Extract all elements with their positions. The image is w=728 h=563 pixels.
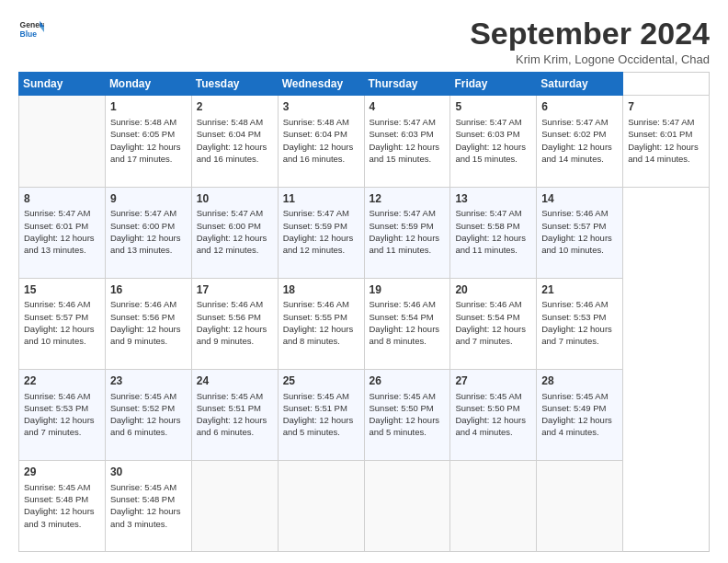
day-info-line: Sunset: 6:01 PM xyxy=(24,220,100,232)
day-info-line: Sunrise: 5:46 AM xyxy=(110,298,187,310)
day-info-line: Sunrise: 5:47 AM xyxy=(455,116,531,128)
day-info-line: Sunrise: 5:45 AM xyxy=(541,390,618,402)
main-title: September 2024 xyxy=(470,17,710,51)
table-row xyxy=(191,460,278,551)
day-info-line: and 12 minutes. xyxy=(197,244,273,256)
day-info-line: and 12 minutes. xyxy=(283,244,359,256)
day-number: 13 xyxy=(455,191,531,207)
empty-cell xyxy=(19,96,106,187)
day-info-line: Sunrise: 5:47 AM xyxy=(370,116,446,128)
day-info-line: and 14 minutes. xyxy=(628,153,704,165)
table-row: 22Sunrise: 5:46 AMSunset: 5:53 PMDayligh… xyxy=(19,369,106,460)
day-info-line: and 6 minutes. xyxy=(110,426,187,438)
table-row: 27Sunrise: 5:45 AMSunset: 5:50 PMDayligh… xyxy=(450,369,537,460)
table-row: 12Sunrise: 5:47 AMSunset: 5:59 PMDayligh… xyxy=(364,187,450,278)
table-row: 14Sunrise: 5:46 AMSunset: 5:57 PMDayligh… xyxy=(537,187,623,278)
day-info-line: and 10 minutes. xyxy=(24,335,100,347)
day-info-line: Sunrise: 5:48 AM xyxy=(110,116,187,128)
table-row xyxy=(364,460,450,551)
day-info-line: Daylight: 12 hours xyxy=(110,232,187,244)
col-monday: Monday xyxy=(105,73,191,96)
day-info-line: Sunset: 6:01 PM xyxy=(628,128,704,140)
day-info-line: Sunrise: 5:45 AM xyxy=(24,481,100,493)
day-info-line: Daylight: 12 hours xyxy=(370,232,446,244)
table-row: 11Sunrise: 5:47 AMSunset: 5:59 PMDayligh… xyxy=(278,187,364,278)
day-number: 5 xyxy=(455,99,531,115)
day-number: 29 xyxy=(24,465,100,480)
table-row: 8Sunrise: 5:47 AMSunset: 6:01 PMDaylight… xyxy=(19,187,106,278)
table-row: 18Sunrise: 5:46 AMSunset: 5:55 PMDayligh… xyxy=(278,278,364,369)
day-info-line: Sunset: 5:51 PM xyxy=(283,402,359,414)
day-info-line: Sunset: 6:00 PM xyxy=(197,220,273,232)
day-info-line: Sunrise: 5:48 AM xyxy=(283,116,359,128)
day-number: 25 xyxy=(283,373,359,389)
day-info-line: Sunrise: 5:47 AM xyxy=(283,207,359,219)
day-number: 24 xyxy=(197,373,273,389)
day-info-line: Sunset: 5:57 PM xyxy=(541,220,618,232)
day-number: 3 xyxy=(283,99,359,115)
table-row: 20Sunrise: 5:46 AMSunset: 5:54 PMDayligh… xyxy=(450,278,537,369)
day-number: 20 xyxy=(455,282,531,298)
svg-text:Blue: Blue xyxy=(20,29,38,39)
day-info-line: Daylight: 12 hours xyxy=(541,232,618,244)
day-info-line: Daylight: 12 hours xyxy=(370,323,446,335)
day-info-line: Sunset: 5:56 PM xyxy=(110,311,187,323)
day-info-line: Sunrise: 5:45 AM xyxy=(370,390,446,402)
day-info-line: Sunrise: 5:46 AM xyxy=(197,298,273,310)
day-number: 7 xyxy=(628,99,704,115)
day-info-line: and 15 minutes. xyxy=(370,153,446,165)
day-info-line: Sunrise: 5:46 AM xyxy=(541,207,618,219)
day-info-line: Daylight: 12 hours xyxy=(24,232,100,244)
header: General Blue September 2024 Krim Krim, L… xyxy=(18,17,710,66)
day-info-line: Daylight: 12 hours xyxy=(283,232,359,244)
day-info-line: and 16 minutes. xyxy=(197,153,273,165)
day-info-line: Daylight: 12 hours xyxy=(370,141,446,153)
day-info-line: Sunset: 5:52 PM xyxy=(110,402,187,414)
day-number: 14 xyxy=(541,191,618,207)
day-info-line: Sunrise: 5:46 AM xyxy=(541,298,618,310)
day-info-line: Daylight: 12 hours xyxy=(110,414,187,426)
day-number: 22 xyxy=(24,373,100,389)
day-info-line: Sunrise: 5:47 AM xyxy=(541,116,618,128)
day-info-line: Sunrise: 5:48 AM xyxy=(197,116,273,128)
day-number: 27 xyxy=(455,373,531,389)
day-info-line: Sunrise: 5:47 AM xyxy=(110,207,187,219)
day-number: 10 xyxy=(197,191,273,207)
day-info-line: Sunrise: 5:45 AM xyxy=(455,390,531,402)
day-info-line: Sunset: 6:03 PM xyxy=(370,128,446,140)
day-info-line: Daylight: 12 hours xyxy=(541,323,618,335)
day-info-line: Daylight: 12 hours xyxy=(283,323,359,335)
day-info-line: and 7 minutes. xyxy=(455,335,531,347)
table-row xyxy=(278,460,364,551)
day-info-line: Sunset: 5:53 PM xyxy=(541,311,618,323)
day-info-line: Sunset: 6:04 PM xyxy=(197,128,273,140)
day-info-line: and 5 minutes. xyxy=(283,426,359,438)
day-info-line: and 13 minutes. xyxy=(110,244,187,256)
day-info-line: Daylight: 12 hours xyxy=(455,141,531,153)
table-row: 16Sunrise: 5:46 AMSunset: 5:56 PMDayligh… xyxy=(105,278,191,369)
day-number: 18 xyxy=(283,282,359,298)
table-row: 1Sunrise: 5:48 AMSunset: 6:05 PMDaylight… xyxy=(105,96,191,187)
day-info-line: and 3 minutes. xyxy=(24,518,100,530)
day-info-line: Daylight: 12 hours xyxy=(370,414,446,426)
day-number: 9 xyxy=(110,191,187,207)
day-info-line: Daylight: 12 hours xyxy=(455,323,531,335)
day-info-line: Sunset: 6:00 PM xyxy=(110,220,187,232)
day-info-line: Sunset: 5:58 PM xyxy=(455,220,531,232)
day-info-line: Sunset: 5:59 PM xyxy=(283,220,359,232)
logo-icon: General Blue xyxy=(18,17,44,42)
table-row: 3Sunrise: 5:48 AMSunset: 6:04 PMDaylight… xyxy=(278,96,364,187)
day-info-line: Sunrise: 5:47 AM xyxy=(24,207,100,219)
table-row xyxy=(450,460,537,551)
day-number: 17 xyxy=(197,282,273,298)
day-info-line: Daylight: 12 hours xyxy=(197,414,273,426)
col-saturday: Saturday xyxy=(537,73,623,96)
table-row: 5Sunrise: 5:47 AMSunset: 6:03 PMDaylight… xyxy=(450,96,537,187)
day-info-line: Daylight: 12 hours xyxy=(110,505,187,517)
day-number: 16 xyxy=(110,282,187,298)
day-info-line: and 16 minutes. xyxy=(283,153,359,165)
day-info-line: and 8 minutes. xyxy=(370,335,446,347)
day-info-line: Sunset: 5:54 PM xyxy=(370,311,446,323)
day-info-line: Sunrise: 5:45 AM xyxy=(283,390,359,402)
day-info-line: Daylight: 12 hours xyxy=(197,141,273,153)
